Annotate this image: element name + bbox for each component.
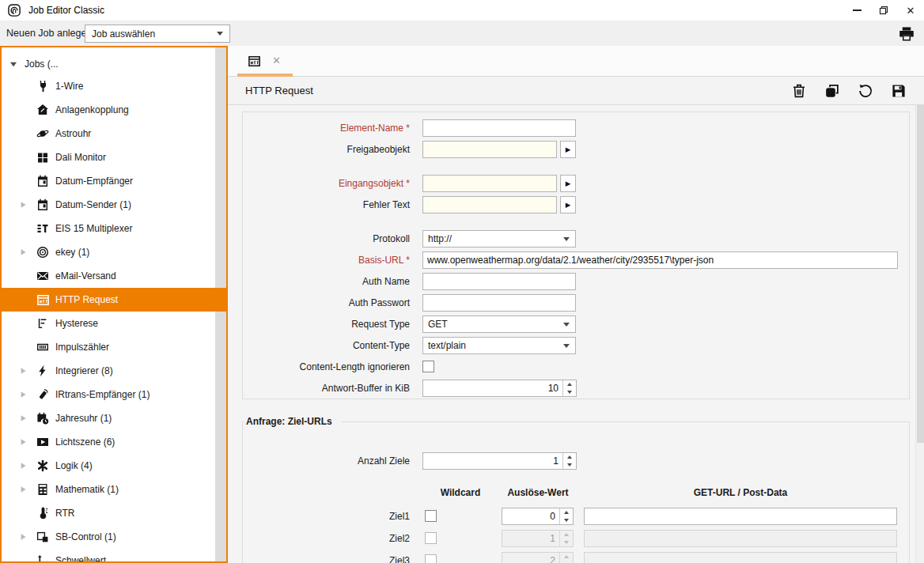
sidebar-item-impulsz-hler[interactable]: Impulszähler (2, 335, 226, 359)
ziel-row-ziel3: Ziel3 (243, 552, 909, 563)
ausloese-wert-input[interactable] (502, 508, 559, 524)
calendar-icon (36, 198, 50, 211)
ausloese-wert-spinner[interactable] (502, 508, 574, 525)
content-type-select[interactable]: text/plain (422, 337, 576, 354)
fehler-text-picker-button[interactable]: ▶ (560, 196, 576, 213)
freigabeobjekt-input[interactable] (422, 141, 557, 158)
sidebar-item-hysterese[interactable]: Hysterese (2, 312, 226, 335)
sidebar-item-jahresuhr-1[interactable]: Jahresuhr (1) (2, 406, 226, 430)
panel-header: HTTP Request (228, 77, 924, 105)
wildcard-checkbox[interactable] (425, 554, 437, 563)
content-type-value: text/plain (428, 340, 466, 351)
scrollbar-thumb[interactable] (917, 105, 924, 443)
auth-passwort-input[interactable] (422, 294, 576, 312)
vertical-scrollbar[interactable] (915, 105, 924, 563)
sidebar-item-mathematik-1[interactable]: Mathematik (1) (2, 478, 226, 501)
content-length-label: Content-Length ignorieren (243, 358, 416, 376)
wildcard-checkbox[interactable] (425, 510, 437, 522)
anzahl-ziele-input[interactable] (423, 453, 562, 469)
anzahl-ziele-spinner[interactable] (422, 452, 577, 470)
reset-button[interactable] (857, 82, 873, 99)
sidebar-item-logik-4[interactable]: Logik (4) (2, 454, 226, 478)
expand-chevron-right-icon[interactable] (19, 414, 32, 422)
job-tree-sidebar: Jobs (... 1-WireAnlagenkopplungAstrouhrD… (0, 46, 228, 563)
sidebar-item-http-request[interactable]: HTTP Request (2, 288, 226, 312)
duplicate-button[interactable] (824, 82, 840, 99)
request-type-select[interactable]: GET (422, 316, 576, 333)
element-name-input[interactable] (422, 119, 576, 137)
eingangsobjekt-picker-button[interactable]: ▶ (560, 175, 576, 192)
expand-chevron-right-icon[interactable] (19, 391, 32, 399)
eingangsobjekt-input[interactable] (422, 175, 557, 192)
sidebar-item-lichtszene-6[interactable]: Lichtszene (6) (2, 430, 226, 454)
calculator-icon (36, 483, 50, 496)
freigabeobjekt-picker-button[interactable]: ▶ (560, 141, 576, 158)
spin-down-icon (560, 538, 573, 546)
tab-close-icon[interactable]: ✕ (272, 55, 281, 66)
expand-chevron-right-icon[interactable] (19, 462, 32, 470)
sidebar-item-anlagenkopplung[interactable]: Anlagenkopplung (2, 98, 226, 122)
get-url-post-data-input[interactable] (584, 508, 897, 525)
expand-chevron-right-icon[interactable] (19, 248, 32, 256)
col-wildcard: Wildcard (425, 487, 496, 498)
page-title: HTTP Request (245, 85, 313, 96)
sidebar-item-sb-control-1[interactable]: SB-Control (1) (2, 525, 226, 549)
chevron-down-icon (563, 323, 570, 327)
minimize-button[interactable] (843, 0, 870, 21)
antwort-buffer-spinner[interactable] (422, 380, 577, 397)
expander-spacer (19, 225, 32, 232)
job-select-dropdown[interactable]: Job auswählen (85, 25, 230, 43)
expand-chevron-right-icon[interactable] (19, 367, 32, 375)
tree-root-jobs[interactable]: Jobs (... (2, 54, 226, 74)
expand-chevron-right-icon[interactable] (19, 438, 32, 446)
sidebar-item-irtrans-empf-nger-1[interactable]: IRtrans-Empfänger (1) (2, 383, 226, 406)
delete-button[interactable] (790, 82, 807, 99)
sidebar-item-ekey-1[interactable]: ekey (1) (2, 240, 226, 264)
spin-up-icon (560, 531, 573, 538)
fehler-text-input[interactable] (422, 196, 557, 213)
expand-chevron-right-icon[interactable] (19, 201, 32, 209)
spin-down-icon[interactable] (560, 516, 573, 524)
content-length-checkbox[interactable] (422, 361, 434, 372)
sidebar-item-1-wire[interactable]: 1-Wire (2, 74, 226, 98)
spin-up-icon[interactable] (563, 453, 576, 461)
expand-chevron-right-icon[interactable] (19, 486, 32, 493)
sidebar-item-datum-sender-1[interactable]: Datum-Sender (1) (2, 193, 226, 217)
restore-button[interactable] (870, 0, 897, 21)
http-settings-frame: Element-Name * Freigabeobjekt ▶ Eingangs… (242, 111, 910, 399)
spin-up-icon[interactable] (563, 380, 576, 388)
sidebar-item-eis-15-multiplexer[interactable]: EIS 15 Multiplexer (2, 217, 226, 240)
tab-http-request[interactable]: ✕ (237, 46, 293, 77)
chevron-down-icon (563, 344, 570, 348)
sidebar-item-rtr[interactable]: RTR (2, 501, 226, 525)
main-panel: ✕ HTTP Request Element-Name * Freigabeob… (228, 46, 924, 563)
save-button[interactable] (890, 82, 907, 99)
spinner-buttons[interactable] (562, 453, 576, 469)
antwort-buffer-input[interactable] (423, 380, 562, 396)
auth-name-input[interactable] (422, 273, 576, 290)
sidebar-item-astrouhr[interactable]: Astrouhr (2, 122, 226, 145)
sidebar-item-dali-monitor[interactable]: Dali Monitor (2, 145, 226, 169)
spinner-buttons[interactable] (562, 380, 576, 396)
one-wire-icon (36, 80, 50, 93)
spinner-buttons[interactable] (559, 508, 573, 524)
expand-chevron-right-icon[interactable] (19, 533, 32, 541)
basis-url-input[interactable] (422, 251, 898, 269)
spin-up-icon[interactable] (560, 508, 573, 516)
wildcard-checkbox[interactable] (425, 532, 437, 544)
form-row-request-type: Request Type GET (243, 316, 909, 333)
print-button[interactable] (896, 24, 916, 43)
sidebar-item-integrierer-8[interactable]: Integrierer (8) (2, 359, 226, 383)
spin-down-icon[interactable] (563, 388, 576, 396)
close-icon: ✕ (907, 6, 915, 16)
sidebar-item-email-versand[interactable]: eMail-Versand (2, 264, 226, 288)
chevron-down-icon (9, 60, 17, 68)
close-button[interactable]: ✕ (897, 0, 924, 21)
basis-url-label: Basis-URL * (243, 251, 416, 269)
spin-down-icon[interactable] (563, 461, 576, 469)
protokoll-select[interactable]: http:// (422, 230, 576, 247)
ziel-row-ziel1: Ziel1 (243, 508, 909, 525)
fingerprint-icon (36, 246, 50, 259)
sidebar-item-schwellwert[interactable]: Schwellwert (2, 549, 226, 563)
sidebar-item-datum-empf-nger[interactable]: Datum-Empfänger (2, 169, 226, 193)
